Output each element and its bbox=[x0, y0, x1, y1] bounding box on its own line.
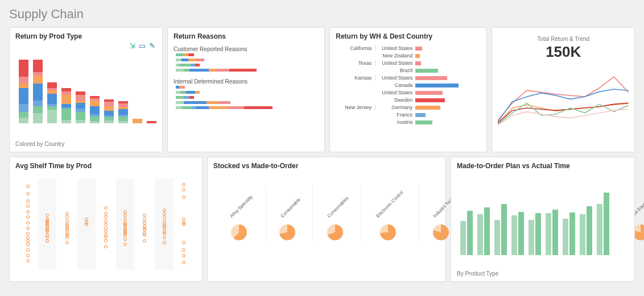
card-title: Made-to-Order Plan vs Actual Time bbox=[457, 162, 629, 170]
stacked-bar-chart bbox=[19, 55, 156, 123]
row-1: Return by Prod Type ⇲ ▭ ✎ Colored by Cou… bbox=[9, 27, 635, 152]
grouped-bar-chart bbox=[457, 181, 629, 255]
card-footnote: Colored by Country bbox=[15, 141, 156, 147]
subtitle-internal: Internal Determined Reasons bbox=[174, 78, 319, 85]
row-2: Avg Shelf Time by Prod Stocked vs Made-t… bbox=[9, 157, 635, 282]
pie-row: Alloy SpecialtyConsumableConsumablesElec… bbox=[213, 185, 440, 270]
wh-chart: CaliforniaUnited StatesNew ZealandTexasU… bbox=[336, 45, 481, 126]
page-title: Supply Chain bbox=[9, 7, 635, 22]
edit-icon[interactable]: ✎ bbox=[149, 41, 155, 50]
export-icon[interactable]: ⇲ bbox=[129, 41, 135, 50]
card-toolbar: ⇲ ▭ ✎ bbox=[129, 41, 155, 50]
kpi-value: 150K bbox=[498, 43, 629, 61]
subtitle-customer: Customer Reported Reasons bbox=[174, 46, 319, 52]
card-stocked-vs-mto[interactable]: Stocked vs Made-to-Order Alloy Specialty… bbox=[207, 157, 446, 282]
card-footnote: By Product Type bbox=[457, 270, 629, 277]
card-title: Return by Prod Type bbox=[15, 32, 156, 40]
card-return-by-wh[interactable]: Return by WH & Dest Country CaliforniaUn… bbox=[329, 27, 487, 152]
card-avg-shelf-time[interactable]: Avg Shelf Time by Prod bbox=[9, 157, 203, 282]
card-title: Stocked vs Made-to-Order bbox=[213, 162, 440, 170]
kpi-title: Total Return & Trend bbox=[498, 36, 629, 42]
trend-line-chart bbox=[498, 64, 629, 127]
fullscreen-icon[interactable]: ▭ bbox=[139, 41, 146, 50]
card-return-by-prod-type[interactable]: Return by Prod Type ⇲ ▭ ✎ Colored by Cou… bbox=[9, 27, 163, 152]
hbars-customer bbox=[176, 53, 319, 74]
hbars-internal bbox=[176, 86, 319, 111]
card-total-return-trend[interactable]: Total Return & Trend 150K bbox=[492, 27, 635, 152]
card-title: Return by WH & Dest Country bbox=[336, 32, 481, 40]
card-return-reasons[interactable]: Return Reasons Customer Reported Reasons… bbox=[167, 27, 325, 152]
strip-plot bbox=[15, 179, 196, 270]
card-title: Avg Shelf Time by Prod bbox=[15, 162, 196, 170]
card-mto-plan-vs-actual[interactable]: Made-to-Order Plan vs Actual Time By Pro… bbox=[451, 157, 635, 282]
card-title: Return Reasons bbox=[174, 32, 319, 40]
